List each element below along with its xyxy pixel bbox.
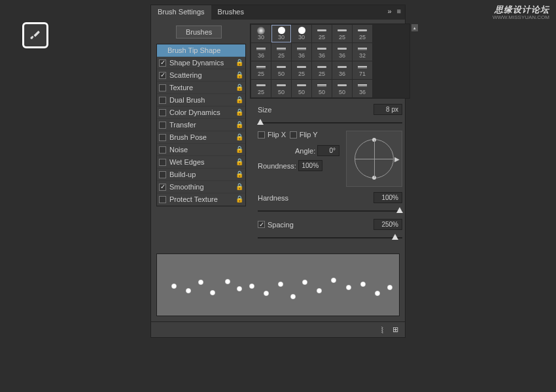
setting-label: Noise xyxy=(169,146,188,154)
lock-icon[interactable]: 🔒 xyxy=(235,121,243,128)
lock-icon[interactable]: 🔒 xyxy=(235,146,243,153)
lock-icon[interactable]: 🔒 xyxy=(235,158,243,165)
brush-preset[interactable]: 25 xyxy=(251,61,271,79)
setting-protect-texture[interactable]: Protect Texture🔒 xyxy=(157,193,245,206)
setting-label: Shape Dynamics xyxy=(169,59,224,67)
settings-sidebar: Brushes Brush Tip ShapeShape Dynamics🔒Sc… xyxy=(156,24,246,248)
setting-transfer[interactable]: Transfer🔒 xyxy=(157,119,245,131)
checkbox[interactable] xyxy=(159,134,166,141)
brush-icon xyxy=(29,29,42,42)
checkbox[interactable] xyxy=(159,184,166,191)
spacing-slider[interactable] xyxy=(258,234,402,242)
checkbox[interactable] xyxy=(159,146,166,154)
checkbox[interactable] xyxy=(159,59,166,67)
checkbox[interactable] xyxy=(159,97,166,104)
brush-preset[interactable]: 36 xyxy=(332,43,352,61)
brush-preset[interactable]: 25 xyxy=(292,61,311,79)
checkbox[interactable] xyxy=(159,171,166,178)
new-preset-icon[interactable]: ⊞ xyxy=(392,325,398,334)
lock-icon[interactable]: 🔒 xyxy=(235,59,243,66)
spacing-input[interactable]: 250% xyxy=(374,219,402,230)
brush-preset[interactable]: 25 xyxy=(312,25,332,42)
setting-label: Protect Texture xyxy=(169,195,218,203)
brush-preset[interactable]: 50 xyxy=(271,80,291,97)
brush-preset[interactable]: 30 xyxy=(292,25,311,42)
hardness-label: Hardness xyxy=(258,194,288,202)
checkbox[interactable] xyxy=(159,72,166,79)
lock-icon[interactable]: 🔒 xyxy=(235,108,243,116)
angle-control[interactable]: ▶ xyxy=(346,131,402,187)
brush-preset[interactable]: 71 xyxy=(353,61,372,79)
brush-preset[interactable]: 25 xyxy=(251,80,271,97)
checkbox[interactable] xyxy=(159,109,166,116)
setting-label: Brush Tip Shape xyxy=(167,46,220,54)
brush-preset[interactable]: 50 xyxy=(312,80,332,97)
lock-icon[interactable]: 🔒 xyxy=(235,171,243,178)
panel-footer: ⦚ ⊞ xyxy=(151,321,405,337)
flipx-label: Flip X xyxy=(268,131,286,139)
setting-label: Texture xyxy=(169,84,193,91)
brush-preset[interactable]: 32 xyxy=(353,43,372,61)
hardness-slider[interactable] xyxy=(258,207,402,215)
size-input[interactable]: 8 px xyxy=(374,104,402,115)
checkbox[interactable] xyxy=(159,159,166,166)
flipy-checkbox[interactable] xyxy=(290,131,297,139)
brush-preset[interactable]: 50 xyxy=(271,61,291,79)
setting-smoothing[interactable]: Smoothing🔒 xyxy=(157,181,245,193)
brush-preset[interactable]: 36 xyxy=(332,61,352,79)
flipx-checkbox[interactable] xyxy=(258,131,265,139)
spacing-label: Spacing xyxy=(268,221,294,229)
lock-icon[interactable]: 🔒 xyxy=(235,183,243,190)
setting-brush-pose[interactable]: Brush Pose🔒 xyxy=(157,131,245,144)
menu-icon[interactable]: ≡ xyxy=(397,7,401,15)
setting-build-up[interactable]: Build-up🔒 xyxy=(157,169,245,181)
scroll-up-icon[interactable]: ▴ xyxy=(411,24,418,31)
tab-brushes[interactable]: Brushes xyxy=(211,5,251,20)
brush-preset[interactable]: 36 xyxy=(251,43,271,61)
brushes-button[interactable]: Brushes xyxy=(176,25,222,39)
roundness-label: Roundness: xyxy=(258,162,296,170)
brush-preset[interactable]: 50 xyxy=(332,80,352,97)
brush-preview xyxy=(156,253,400,316)
lock-icon[interactable]: 🔒 xyxy=(235,133,243,140)
angle-input[interactable]: 0° xyxy=(317,145,339,156)
brush-preset[interactable]: 36 xyxy=(312,43,332,61)
lock-icon[interactable]: 🔒 xyxy=(235,96,243,103)
checkbox[interactable] xyxy=(159,122,166,129)
brush-preset[interactable]: 25 xyxy=(332,25,352,42)
setting-wet-edges[interactable]: Wet Edges🔒 xyxy=(157,156,245,169)
brush-preset[interactable]: 36 xyxy=(353,80,372,97)
setting-dual-brush[interactable]: Dual Brush🔒 xyxy=(157,94,245,106)
lock-icon[interactable]: 🔒 xyxy=(235,195,243,203)
brush-tool-button[interactable] xyxy=(22,22,48,48)
setting-brush-tip-shape[interactable]: Brush Tip Shape xyxy=(157,44,245,57)
panel-tabs: Brush Settings Brushes » ≡ xyxy=(151,5,405,20)
brush-preset[interactable]: 25 xyxy=(312,61,332,79)
setting-shape-dynamics[interactable]: Shape Dynamics🔒 xyxy=(157,57,245,69)
lock-icon[interactable]: 🔒 xyxy=(235,71,243,78)
brush-settings-panel: Brush Settings Brushes » ≡ Brushes Brush… xyxy=(150,5,406,338)
hardness-input[interactable]: 100% xyxy=(374,192,402,203)
spacing-checkbox[interactable] xyxy=(258,221,265,228)
setting-scattering[interactable]: Scattering🔒 xyxy=(157,69,245,82)
roundness-input[interactable]: 100% xyxy=(298,160,323,171)
flipy-label: Flip Y xyxy=(300,131,318,139)
brush-preset[interactable]: 50 xyxy=(292,80,311,97)
preset-toggle-icon[interactable]: ⦚ xyxy=(381,326,385,334)
angle-label: Angle: xyxy=(295,147,315,155)
brush-preset[interactable]: 30 xyxy=(251,25,271,42)
brush-preset[interactable]: 36 xyxy=(292,43,311,61)
brush-preset[interactable]: 30 xyxy=(271,25,291,42)
brush-preset[interactable]: 25 xyxy=(353,25,372,42)
setting-noise[interactable]: Noise🔒 xyxy=(157,144,245,156)
setting-texture[interactable]: Texture🔒 xyxy=(157,82,245,94)
checkbox[interactable] xyxy=(159,196,166,203)
collapse-icon[interactable]: » xyxy=(387,7,391,15)
size-slider[interactable] xyxy=(258,119,402,127)
tab-brush-settings[interactable]: Brush Settings xyxy=(151,5,211,20)
lock-icon[interactable]: 🔒 xyxy=(235,84,243,91)
brush-preset[interactable]: 25 xyxy=(271,43,291,61)
watermark-url: WWW.MISSYUAN.COM xyxy=(493,14,549,20)
setting-color-dynamics[interactable]: Color Dynamics🔒 xyxy=(157,106,245,119)
checkbox[interactable] xyxy=(159,84,166,91)
